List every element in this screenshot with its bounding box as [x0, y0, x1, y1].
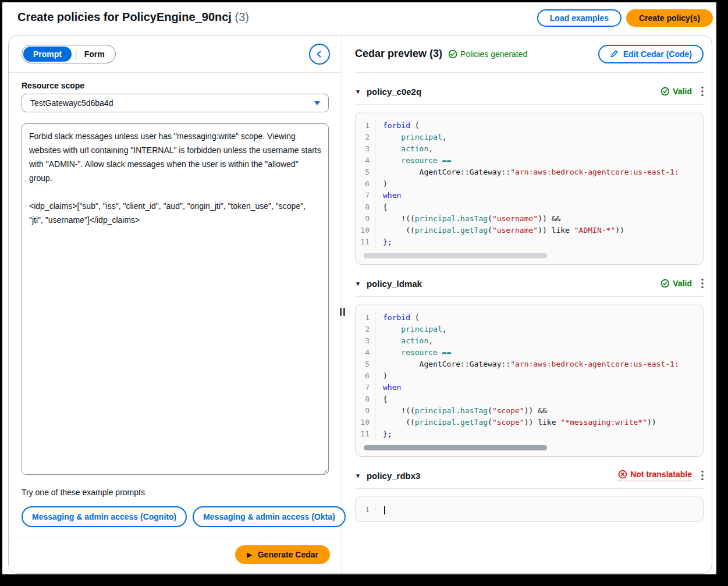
line-number: 11 [356, 428, 375, 440]
triangle-down-icon[interactable]: ▼ [355, 473, 361, 479]
line-number: 7 [356, 382, 375, 393]
code-line-text: ((principal.getTag("username")) like "AD… [375, 225, 624, 236]
caret-down-icon [314, 101, 320, 105]
line-number: 3 [356, 335, 375, 347]
edit-cedar-label: Edit Cedar (Code) [623, 49, 692, 59]
text-cursor [384, 506, 385, 514]
line-number: 8 [356, 393, 375, 405]
code-block-policy_ldmak: 1forbid (2 principal,3 action,4 resource… [355, 304, 704, 457]
page-title: Create policies for PolicyEngine_90ncj (… [17, 10, 249, 24]
line-number: 2 [356, 132, 375, 143]
panel-resize-handle[interactable] [340, 308, 345, 316]
code-line-text [375, 504, 385, 516]
tab-prompt[interactable]: Prompt [23, 47, 72, 62]
policy-name: policy_ldmak [367, 279, 422, 289]
policies-generated-label: Policies generated [460, 49, 527, 59]
policy-status-label: Not translatable [630, 470, 692, 479]
check-circle-icon [660, 279, 670, 288]
line-number: 1 [356, 312, 375, 324]
horizontal-scrollbar [363, 445, 696, 450]
prompt-textarea[interactable]: Forbid slack messages unless user has "m… [22, 123, 329, 475]
line-number: 9 [356, 213, 375, 225]
scrollbar-thumb[interactable] [364, 253, 547, 258]
policy-status-label: Valid [673, 87, 692, 96]
policy-list: ▼policy_c0e2qValid1forbid (2 principal,3… [355, 83, 704, 522]
line-number: 4 [356, 155, 375, 166]
code-line-text: when [375, 190, 401, 201]
policy-status-badge: Valid [660, 279, 692, 288]
edit-cedar-button[interactable]: Edit Cedar (Code) [598, 45, 704, 63]
code-line-text: when [375, 382, 401, 393]
line-number: 8 [356, 201, 375, 213]
error-circle-icon [618, 470, 627, 479]
scrollbar-thumb[interactable] [364, 445, 547, 450]
code-line-text: resource == [375, 347, 451, 358]
code-line-text: }; [375, 428, 392, 440]
line-number: 1 [356, 120, 375, 132]
examples-heading: Try one of these example prompts [22, 488, 329, 497]
ellipsis-icon[interactable] [701, 86, 704, 97]
code-line-text: resource == [375, 155, 451, 166]
code-block-policy_rdbx3: 1 [355, 496, 704, 522]
chevron-left-icon [315, 49, 324, 59]
triangle-down-icon[interactable]: ▼ [355, 88, 361, 95]
cedar-preview-panel: Cedar preview (3) Policies generated Edi… [342, 35, 712, 573]
pencil-icon [610, 49, 619, 58]
prompt-form-segmented-control: Prompt | Form [22, 45, 116, 63]
tab-form[interactable]: Form [80, 49, 114, 59]
line-number: 5 [356, 358, 375, 370]
code-line-text: ((principal.getTag("scope")) like "*mess… [375, 417, 656, 428]
code-line-text: !((principal.hasTag("scope")) && [375, 405, 547, 417]
code-line-text: ) [375, 178, 388, 190]
ellipsis-icon[interactable] [701, 278, 704, 289]
code-block-policy_c0e2q: 1forbid (2 principal,3 action,4 resource… [355, 112, 704, 265]
resource-scope-label: Resource scope [22, 81, 329, 90]
generate-cedar-label: Generate Cedar [258, 550, 318, 559]
line-number: 11 [356, 236, 375, 248]
line-number: 2 [356, 324, 375, 335]
segment-divider: | [75, 49, 77, 59]
triangle-down-icon[interactable]: ▼ [355, 280, 361, 287]
code-line-text: principal, [375, 324, 447, 335]
example-prompt-cognito-button[interactable]: Messaging & admin access (Cognito) [22, 506, 187, 527]
policy-name: policy_c0e2q [367, 87, 421, 97]
page-title-text: Create policies for PolicyEngine_90ncj [17, 10, 232, 23]
app-window: Create policies for PolicyEngine_90ncj (… [2, 2, 716, 574]
example-prompt-okta-button[interactable]: Messaging & admin access (Okta) [193, 506, 345, 527]
policies-generated-status: Policies generated [448, 49, 527, 59]
line-number: 10 [356, 225, 375, 236]
check-circle-icon [448, 49, 457, 59]
code-line-text: !((principal.hasTag("username")) && [375, 213, 560, 225]
code-line-text: ) [375, 370, 388, 382]
check-circle-icon [660, 87, 670, 96]
prompt-panel: Prompt | Form Resource scope TestGateway… [9, 35, 342, 573]
generate-cedar-button[interactable]: ▶ Generate Cedar [235, 545, 330, 564]
ellipsis-icon[interactable] [701, 470, 704, 481]
code-line-text: forbid ( [375, 312, 420, 324]
line-number: 10 [356, 417, 375, 428]
collapse-panel-button[interactable] [309, 44, 330, 65]
line-number: 9 [356, 405, 375, 417]
create-policies-button[interactable]: Create policy(s) [626, 9, 713, 27]
code-line-text: principal, [375, 132, 447, 143]
line-number: 7 [356, 190, 375, 201]
resource-scope-select[interactable]: TestGatewayc5d6ba4d [22, 94, 329, 112]
load-examples-button[interactable]: Load examples [537, 9, 622, 27]
code-line-text: { [375, 201, 388, 213]
policy-header-policy_ldmak: ▼policy_ldmakValid [355, 275, 704, 292]
page-header: Create policies for PolicyEngine_90ncj (… [2, 2, 716, 35]
code-line-text: AgentCore::Gateway::"arn:aws:bedrock-age… [375, 358, 679, 370]
line-number: 3 [356, 143, 375, 155]
line-number: 1 [356, 504, 375, 516]
policy-status-badge: Valid [660, 87, 692, 96]
line-number: 6 [356, 178, 375, 190]
horizontal-scrollbar [363, 253, 696, 258]
play-icon: ▶ [247, 551, 251, 559]
policy-name: policy_rdbx3 [367, 471, 421, 481]
main-card: Prompt | Form Resource scope TestGateway… [8, 35, 712, 574]
code-line-text: { [375, 393, 388, 405]
resource-scope-value: TestGatewayc5d6ba4d [30, 98, 113, 108]
code-line-text: }; [375, 236, 392, 248]
policy-status-badge[interactable]: Not translatable [618, 470, 692, 481]
line-number: 4 [356, 347, 375, 358]
